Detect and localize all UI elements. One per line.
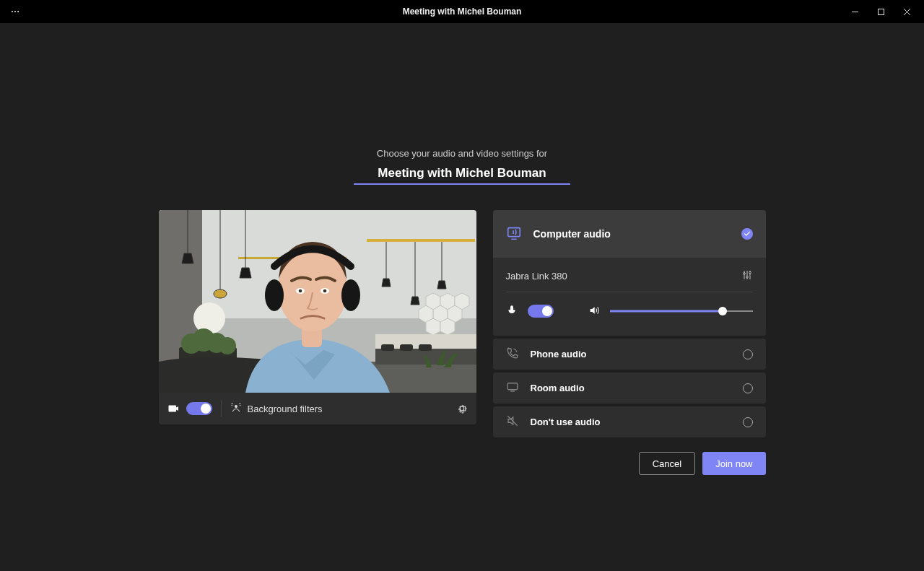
svg-marker-18 bbox=[440, 318, 455, 335]
svg-point-1 bbox=[14, 11, 16, 12]
svg-marker-30 bbox=[411, 297, 419, 305]
svg-point-54 bbox=[235, 405, 237, 408]
speaker-icon bbox=[588, 305, 600, 318]
svg-rect-19 bbox=[367, 239, 475, 242]
device-settings-button[interactable] bbox=[456, 403, 468, 414]
computer-audio-option[interactable]: Computer audio bbox=[493, 210, 766, 258]
audio-device-selector[interactable]: Jabra Link 380 bbox=[506, 269, 753, 292]
svg-point-48 bbox=[265, 279, 284, 311]
svg-point-24 bbox=[214, 289, 227, 298]
microphone-icon bbox=[506, 305, 518, 318]
radio-unselected bbox=[743, 383, 753, 393]
svg-marker-32 bbox=[437, 281, 446, 289]
camera-toggle[interactable] bbox=[186, 402, 212, 415]
video-panel: Background filters bbox=[159, 210, 476, 437]
no-audio-label: Don't use audio bbox=[531, 417, 601, 427]
svg-point-65 bbox=[746, 276, 748, 278]
phone-audio-label: Phone audio bbox=[531, 349, 587, 359]
close-button[interactable] bbox=[894, 1, 920, 22]
subtitle: Choose your audio and video settings for bbox=[377, 148, 547, 159]
background-filters-label: Background filters bbox=[248, 404, 323, 414]
microphone-toggle[interactable] bbox=[528, 305, 554, 318]
no-audio-option[interactable]: Don't use audio bbox=[493, 406, 766, 437]
svg-point-38 bbox=[219, 337, 236, 354]
computer-audio-body: Jabra Link 380 bbox=[493, 258, 766, 336]
background-filters-icon bbox=[230, 402, 242, 416]
svg-point-64 bbox=[743, 273, 745, 275]
svg-rect-43 bbox=[419, 344, 432, 351]
video-preview bbox=[159, 210, 476, 393]
svg-marker-28 bbox=[382, 279, 391, 287]
camera-icon bbox=[167, 402, 180, 415]
radio-unselected bbox=[743, 417, 753, 427]
svg-point-53 bbox=[323, 289, 326, 293]
selected-check-icon bbox=[741, 228, 753, 240]
svg-marker-26 bbox=[240, 268, 251, 278]
svg-rect-41 bbox=[381, 344, 394, 351]
minimize-button[interactable] bbox=[842, 1, 868, 22]
video-controls-bar: Background filters bbox=[159, 393, 476, 424]
window-title: Meeting with Michel Bouman bbox=[0, 6, 924, 17]
svg-point-66 bbox=[749, 271, 751, 274]
svg-rect-67 bbox=[507, 383, 518, 390]
room-icon bbox=[506, 380, 519, 396]
meeting-name-field[interactable] bbox=[354, 166, 570, 185]
audio-off-icon bbox=[506, 414, 519, 430]
computer-audio-icon bbox=[506, 225, 522, 243]
join-now-button[interactable]: Join now bbox=[702, 452, 765, 475]
phone-audio-option[interactable]: Phone audio bbox=[493, 339, 766, 370]
svg-marker-17 bbox=[426, 318, 440, 335]
audio-device-name: Jabra Link 380 bbox=[506, 271, 567, 282]
computer-audio-label: Computer audio bbox=[533, 228, 611, 240]
svg-rect-42 bbox=[400, 344, 413, 351]
prejoin-screen: Choose your audio and video settings for bbox=[0, 23, 924, 571]
room-audio-option[interactable]: Room audio bbox=[493, 372, 766, 404]
svg-point-0 bbox=[12, 11, 13, 12]
svg-point-2 bbox=[17, 11, 19, 12]
cancel-button[interactable]: Cancel bbox=[639, 452, 695, 475]
volume-slider[interactable] bbox=[610, 304, 753, 318]
action-buttons: Cancel Join now bbox=[159, 452, 766, 475]
more-options-button[interactable] bbox=[4, 1, 26, 22]
svg-rect-59 bbox=[507, 227, 520, 236]
meeting-name-input[interactable] bbox=[354, 166, 570, 183]
title-bar: Meeting with Michel Bouman bbox=[0, 0, 924, 23]
room-audio-label: Room audio bbox=[531, 383, 585, 393]
audio-panel: Computer audio Jabra Link 380 bbox=[493, 210, 766, 437]
computer-audio-card: Computer audio Jabra Link 380 bbox=[493, 210, 766, 336]
svg-point-33 bbox=[193, 302, 225, 334]
svg-marker-22 bbox=[182, 253, 193, 263]
maximize-button[interactable] bbox=[868, 1, 894, 22]
audio-settings-icon bbox=[741, 269, 753, 283]
audio-controls-row bbox=[506, 304, 753, 318]
window-controls bbox=[842, 1, 920, 22]
svg-rect-4 bbox=[878, 9, 884, 14]
phone-icon bbox=[506, 346, 519, 362]
svg-point-49 bbox=[341, 279, 360, 311]
radio-unselected bbox=[743, 349, 753, 359]
svg-point-51 bbox=[298, 289, 302, 293]
background-filters-button[interactable]: Background filters bbox=[230, 402, 323, 416]
